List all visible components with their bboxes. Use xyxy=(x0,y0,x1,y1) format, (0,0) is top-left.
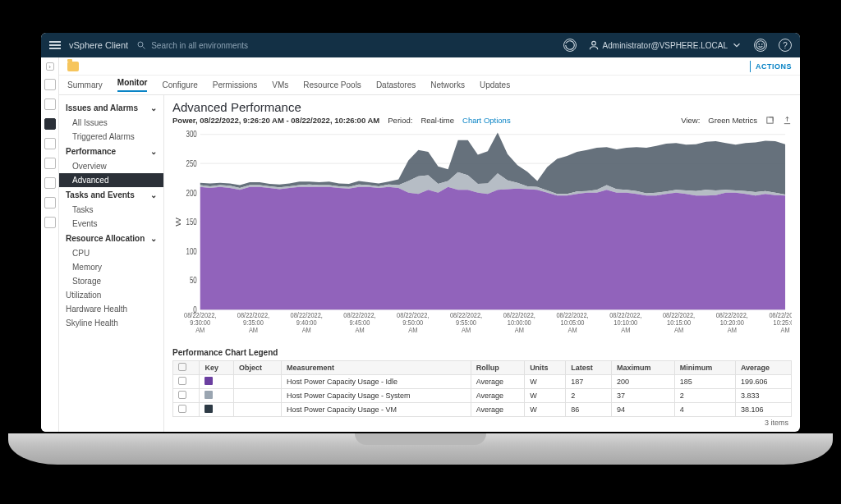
series-idle xyxy=(200,187,785,310)
period-label: Period: xyxy=(388,116,412,125)
svg-text:50: 50 xyxy=(190,277,197,286)
checkbox[interactable] xyxy=(178,391,186,399)
refresh-icon[interactable] xyxy=(563,39,577,52)
smile-icon[interactable] xyxy=(754,39,767,52)
svg-text:W: W xyxy=(174,218,182,227)
rail-item[interactable] xyxy=(44,138,56,149)
legend-row[interactable]: Host Power Capacity Usage - VMAverageW86… xyxy=(173,403,792,417)
rail-item[interactable] xyxy=(44,79,56,90)
checkbox[interactable] xyxy=(178,363,186,371)
sidebar-group-performance[interactable]: Performance⌄ xyxy=(59,144,163,159)
actions-menu[interactable]: ACTIONS xyxy=(756,62,792,71)
svg-text:AM: AM xyxy=(674,325,683,334)
laptop-base xyxy=(8,433,833,465)
legend-footer: 3 items xyxy=(172,417,792,428)
sidebar-item-utilization[interactable]: Utilization xyxy=(59,288,163,302)
sidebar-item-storage[interactable]: Storage xyxy=(59,274,163,288)
tab-networks[interactable]: Networks xyxy=(430,80,465,89)
sidebar-item-cpu[interactable]: CPU xyxy=(59,246,163,260)
chevron-down-icon xyxy=(731,39,742,51)
app-window: vSphere Client Administrator@VSPHERE.LOC… xyxy=(41,33,800,432)
sidebar-group-tasks-and-events[interactable]: Tasks and Events⌄ xyxy=(59,187,163,203)
divider xyxy=(750,61,751,72)
legend-title: Performance Chart Legend xyxy=(172,348,792,357)
tab-updates[interactable]: Updates xyxy=(480,80,510,89)
left-icon-rail: › xyxy=(41,57,59,432)
legend-col xyxy=(173,361,200,375)
svg-text:200: 200 xyxy=(186,189,197,198)
legend-col: Units xyxy=(525,361,566,375)
sidebar-item-events[interactable]: Events xyxy=(59,217,163,231)
expand-rail-icon[interactable]: › xyxy=(46,62,54,71)
checkbox[interactable] xyxy=(178,405,186,413)
legend-col: Average xyxy=(735,361,791,375)
sidebar-group-issues-and-alarms[interactable]: Issues and Alarms⌄ xyxy=(59,100,163,116)
svg-text:AM: AM xyxy=(408,325,417,334)
tab-monitor[interactable]: Monitor xyxy=(117,78,148,92)
tab-configure[interactable]: Configure xyxy=(162,80,197,89)
sidebar-item-hardware-health[interactable]: Hardware Health xyxy=(59,302,163,316)
rail-item[interactable] xyxy=(44,177,56,189)
svg-text:AM: AM xyxy=(515,325,524,334)
rail-item[interactable] xyxy=(44,217,56,228)
sidebar-item-advanced[interactable]: Advanced xyxy=(59,173,163,187)
chevron-down-icon: ⌄ xyxy=(150,234,157,243)
context-action-bar: ACTIONS xyxy=(59,57,800,76)
rail-item[interactable] xyxy=(44,99,56,110)
folder-icon[interactable] xyxy=(67,62,79,71)
svg-point-4 xyxy=(759,44,760,45)
svg-point-2 xyxy=(591,41,595,45)
rail-item[interactable] xyxy=(44,158,56,169)
tab-datastores[interactable]: Datastores xyxy=(376,80,416,89)
chart-panel: Advanced Performance Power, 08/22/2022, … xyxy=(164,95,800,432)
svg-rect-6 xyxy=(767,117,773,123)
sidebar-item-memory[interactable]: Memory xyxy=(59,260,163,274)
legend-row[interactable]: Host Power Capacity Usage - SystemAverag… xyxy=(173,389,792,403)
search-input[interactable] xyxy=(151,41,315,50)
svg-point-0 xyxy=(138,42,143,47)
sidebar-item-tasks[interactable]: Tasks xyxy=(59,203,163,217)
svg-text:AM: AM xyxy=(728,325,737,334)
svg-text:250: 250 xyxy=(186,159,197,168)
svg-text:AM: AM xyxy=(462,325,471,334)
object-tabs: SummaryMonitorConfigurePermissionsVMsRes… xyxy=(59,76,800,95)
tab-summary[interactable]: Summary xyxy=(67,80,103,89)
period-value[interactable]: Real-time xyxy=(420,116,454,125)
rail-item[interactable] xyxy=(44,118,56,130)
svg-text:AM: AM xyxy=(355,325,364,334)
export-icon[interactable] xyxy=(783,116,792,125)
sidebar-item-skyline-health[interactable]: Skyline Health xyxy=(59,316,163,330)
user-menu[interactable]: Administrator@VSPHERE.LOCAL xyxy=(588,39,742,51)
legend-col: Measurement xyxy=(281,361,471,375)
view-value[interactable]: Green Metrics xyxy=(708,116,757,125)
time-range: Power, 08/22/2022, 9:26:20 AM - 08/22/20… xyxy=(172,116,379,125)
chart-options-link[interactable]: Chart Options xyxy=(462,116,511,125)
sidebar-item-all-issues[interactable]: All Issues xyxy=(59,116,163,130)
popout-icon[interactable] xyxy=(765,116,774,125)
performance-chart[interactable]: 050100150200250300W08/22/2022,9:30:00AM0… xyxy=(172,128,792,345)
tab-resource-pools[interactable]: Resource Pools xyxy=(303,80,361,89)
color-swatch xyxy=(205,377,213,385)
rail-item[interactable] xyxy=(44,197,56,208)
svg-point-3 xyxy=(756,41,765,50)
sidebar-item-triggered-alarms[interactable]: Triggered Alarms xyxy=(59,130,163,144)
legend-col: Key xyxy=(200,361,234,375)
legend-row[interactable]: Host Power Capacity Usage - IdleAverageW… xyxy=(173,375,792,389)
tab-vms[interactable]: VMs xyxy=(272,80,288,89)
svg-point-5 xyxy=(761,44,762,45)
global-search[interactable] xyxy=(136,40,554,50)
user-label: Administrator@VSPHERE.LOCAL xyxy=(603,41,728,50)
help-icon[interactable]: ? xyxy=(779,39,792,52)
legend-col: Rollup xyxy=(471,361,524,375)
monitor-sidebar: Issues and Alarms⌄All IssuesTriggered Al… xyxy=(59,95,164,432)
chevron-down-icon: ⌄ xyxy=(150,190,157,199)
legend-col: Minimum xyxy=(674,361,735,375)
checkbox[interactable] xyxy=(178,377,186,385)
tab-permissions[interactable]: Permissions xyxy=(213,80,257,89)
sidebar-group-resource-allocation[interactable]: Resource Allocation⌄ xyxy=(59,231,163,246)
svg-text:150: 150 xyxy=(186,218,197,227)
menu-icon[interactable] xyxy=(49,41,61,49)
sidebar-item-overview[interactable]: Overview xyxy=(59,159,163,173)
view-label: View: xyxy=(681,116,700,125)
svg-text:AM: AM xyxy=(780,325,789,334)
